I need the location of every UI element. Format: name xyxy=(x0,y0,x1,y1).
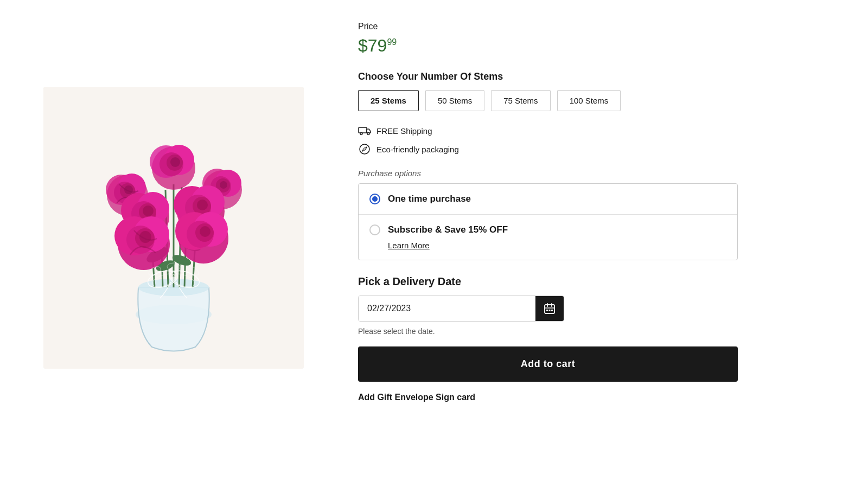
svg-point-25 xyxy=(220,181,227,189)
stems-section: Choose Your Number Of Stems 25 Stems 50 … xyxy=(358,71,738,111)
product-details-section: Price $7999 Choose Your Number Of Stems … xyxy=(347,11,781,413)
eco-text: Eco-friendly packaging xyxy=(376,145,459,154)
svg-point-43 xyxy=(197,200,208,210)
svg-rect-74 xyxy=(551,310,553,311)
delivery-title: Pick a Delivery Date xyxy=(358,275,738,288)
stem-option-100[interactable]: 100 Stems xyxy=(557,90,621,111)
price-label: Price xyxy=(358,22,738,31)
subscribe-top: Subscribe & Save 15% OFF xyxy=(369,224,508,235)
svg-point-67 xyxy=(360,144,369,154)
eco-icon xyxy=(358,143,371,156)
one-time-purchase-option[interactable]: One time purchase xyxy=(359,184,737,215)
stems-options: 25 Stems 50 Stems 75 Stems 100 Stems xyxy=(358,90,738,111)
stem-option-50[interactable]: 50 Stems xyxy=(425,90,484,111)
svg-rect-73 xyxy=(549,310,551,311)
svg-point-60 xyxy=(171,277,176,282)
calendar-icon xyxy=(544,303,556,314)
date-input[interactable] xyxy=(359,296,535,321)
one-time-radio[interactable] xyxy=(369,194,380,204)
radio-inner xyxy=(372,196,378,202)
svg-point-66 xyxy=(367,133,369,135)
subscribe-radio[interactable] xyxy=(369,224,380,235)
product-image xyxy=(43,87,304,369)
product-image-section xyxy=(0,11,347,445)
stems-title: Choose Your Number Of Stems xyxy=(358,71,738,82)
price-section: Price $7999 xyxy=(358,22,738,56)
stem-option-25[interactable]: 25 Stems xyxy=(358,90,419,111)
svg-point-55 xyxy=(200,226,210,237)
purchase-options-label: Purchase options xyxy=(358,169,738,178)
perk-eco: Eco-friendly packaging xyxy=(358,143,738,156)
one-time-label: One time purchase xyxy=(388,194,471,204)
date-helper-text: Please select the date. xyxy=(358,327,738,336)
price-value: $7999 xyxy=(358,36,738,56)
svg-point-37 xyxy=(143,206,154,216)
calendar-button[interactable] xyxy=(535,296,564,321)
price-main: $79 xyxy=(358,36,387,55)
subscribe-label: Subscribe & Save 15% OFF xyxy=(388,224,508,235)
svg-rect-72 xyxy=(546,310,548,311)
svg-rect-64 xyxy=(359,127,367,133)
perks-section: FREE Shipping Eco-friendly packaging xyxy=(358,124,738,156)
bottom-hint: Add Gift Envelope Sign card xyxy=(358,393,738,402)
date-input-wrapper xyxy=(358,296,564,322)
learn-more-link[interactable]: Learn More xyxy=(388,241,430,250)
perk-shipping: FREE Shipping xyxy=(358,124,738,137)
stem-option-75[interactable]: 75 Stems xyxy=(491,90,550,111)
add-to-cart-button[interactable]: Add to cart xyxy=(358,346,738,382)
svg-rect-68 xyxy=(545,305,554,313)
price-cents: 99 xyxy=(387,37,397,47)
subscribe-option[interactable]: Subscribe & Save 15% OFF Learn More xyxy=(359,215,737,260)
svg-point-31 xyxy=(170,157,180,167)
purchase-options-section: Purchase options One time purchase Subsc… xyxy=(358,169,738,260)
svg-point-65 xyxy=(360,133,362,135)
purchase-options-box: One time purchase Subscribe & Save 15% O… xyxy=(358,183,738,260)
delivery-section: Pick a Delivery Date Please select the d xyxy=(358,275,738,336)
shipping-text: FREE Shipping xyxy=(376,126,432,136)
shipping-icon xyxy=(358,124,371,137)
